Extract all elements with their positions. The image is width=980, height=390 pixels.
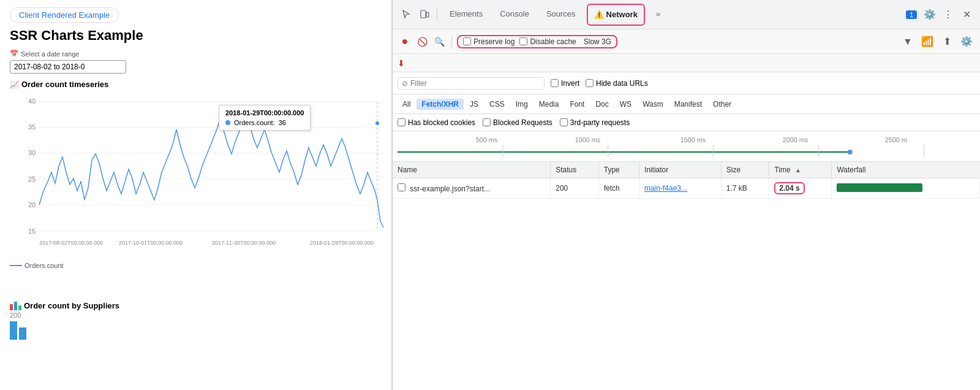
record-btn[interactable]: ● [398, 34, 412, 49]
import-btn[interactable]: ▼ [899, 33, 916, 50]
tooltip-dot [225, 120, 230, 125]
settings-btn[interactable]: ⚙️ [921, 6, 938, 23]
devtools-tabs: Elements Console Sources ⚠️ Network » [441, 0, 669, 29]
bar-chart-icon [10, 302, 21, 310]
svg-text:2000 ms: 2000 ms [783, 136, 809, 143]
type-ws[interactable]: WS [615, 99, 636, 110]
chart-icon: 📈 [10, 80, 19, 89]
download-btn[interactable]: ⬇ [398, 58, 405, 68]
tab-sources[interactable]: Sources [538, 0, 584, 29]
chart1-legend: Orders.count [10, 262, 390, 269]
col-initiator[interactable]: Initiator [639, 162, 721, 178]
preserve-log-label[interactable]: Preserve log [463, 37, 514, 46]
timeseries-chart: 40 35 30 25 20 15 2017-08-02T00:00:00.00… [10, 93, 390, 258]
more-options-btn[interactable]: ⋮ [940, 6, 957, 23]
wifi-btn[interactable]: 📶 [919, 33, 936, 50]
type-js[interactable]: JS [465, 99, 483, 110]
col-type[interactable]: Type [598, 162, 639, 178]
svg-text:2017-08-02T00:00:00.000: 2017-08-02T00:00:00.000 [39, 240, 103, 246]
svg-text:15: 15 [28, 228, 36, 235]
legend-line [10, 265, 22, 266]
type-other[interactable]: Other [708, 99, 736, 110]
type-img[interactable]: Img [511, 99, 533, 110]
bar [19, 327, 26, 340]
chart2-title: Order count by Suppliers [10, 301, 382, 310]
tooltip-row: Orders.count: 36 [225, 119, 304, 126]
disable-cache-label[interactable]: Disable cache [519, 37, 576, 46]
type-filter-bar: All Fetch/XHR JS CSS Img Media Font Doc … [393, 94, 980, 114]
date-range-input[interactable] [10, 60, 126, 74]
blocked-requests-label[interactable]: Blocked Requests [483, 118, 552, 127]
device-icon-btn[interactable] [416, 6, 433, 23]
cell-time: 2.04 s [769, 178, 832, 199]
cursor-icon-btn[interactable] [398, 6, 415, 23]
tab-network[interactable]: ⚠️ Network [587, 4, 645, 26]
tab-more[interactable]: » [647, 0, 669, 29]
invert-checkbox-label[interactable]: Invert [551, 79, 579, 88]
type-wasm[interactable]: Wasm [638, 99, 668, 110]
chart2-y-label: 200 [10, 312, 382, 319]
upload-btn[interactable]: ⬆ [938, 33, 956, 50]
separator [437, 9, 437, 21]
hide-data-urls-label[interactable]: Hide data URLs [586, 79, 648, 88]
type-font[interactable]: Font [565, 99, 589, 110]
tab-elements[interactable]: Elements [441, 0, 491, 29]
page-title: SSR Charts Example [10, 28, 382, 44]
svg-text:40: 40 [28, 98, 36, 105]
type-doc[interactable]: Doc [590, 99, 613, 110]
left-panel: Client Rendered Example SSR Charts Examp… [0, 0, 392, 390]
initiator-link[interactable]: main-f4ae3... [644, 184, 687, 193]
type-all[interactable]: All [398, 99, 415, 110]
has-blocked-cookies-label[interactable]: Has blocked cookies [398, 118, 475, 127]
feedback-btn[interactable]: 1 [903, 6, 920, 23]
close-btn[interactable]: ✕ [958, 6, 975, 23]
type-manifest[interactable]: Manifest [669, 99, 707, 110]
devtools-right-icons: 1 ⚙️ ⋮ ✕ [903, 6, 975, 23]
invert-checkbox[interactable] [551, 79, 559, 87]
throttle-label: Slow 3G [584, 37, 611, 46]
bar [10, 321, 17, 340]
hide-data-urls-checkbox[interactable] [586, 79, 594, 87]
col-waterfall[interactable]: Waterfall [832, 162, 980, 178]
has-blocked-cookies[interactable] [398, 118, 405, 126]
cell-type: fetch [598, 178, 639, 199]
svg-text:500 ms: 500 ms [476, 136, 498, 143]
svg-text:30: 30 [28, 149, 36, 156]
search-btn[interactable]: 🔍 [432, 34, 447, 49]
row-checkbox[interactable] [398, 183, 405, 191]
svg-text:2017-10-01T00:00:00.000: 2017-10-01T00:00:00.000 [119, 240, 183, 246]
type-fetch-xhr[interactable]: Fetch/XHR [417, 99, 464, 110]
calendar-icon: 📅 [10, 50, 18, 58]
svg-text:35: 35 [28, 123, 36, 131]
time-value: 2.04 s [774, 182, 804, 194]
breadcrumb-link[interactable]: Client Rendered Example [10, 7, 119, 23]
third-party-label[interactable]: 3rd-party requests [560, 118, 630, 127]
preserve-disable-group: Preserve log Disable cache Slow 3G [457, 35, 617, 48]
settings2-btn[interactable]: ⚙️ [958, 33, 975, 50]
cell-initiator: main-f4ae3... [639, 178, 721, 199]
chart1-title: 📈 Order count timeseries [10, 80, 382, 89]
type-media[interactable]: Media [534, 99, 564, 110]
col-name[interactable]: Name [393, 162, 551, 178]
chart-tooltip: 2018-01-29T00:00:00.000 Orders.count: 36 [219, 105, 311, 131]
col-status[interactable]: Status [551, 162, 599, 178]
sort-arrow: ▲ [795, 167, 801, 174]
disable-cache-checkbox[interactable] [519, 37, 527, 45]
table-row[interactable]: ssr-example.json?start... 200 fetch main… [393, 178, 980, 199]
svg-text:2018-01-29T00:00:00.000: 2018-01-29T00:00:00.000 [310, 240, 374, 246]
col-size[interactable]: Size [721, 162, 769, 178]
filter-input[interactable] [410, 79, 540, 88]
tab-console[interactable]: Console [491, 0, 538, 29]
col-time[interactable]: Time ▲ [769, 162, 832, 178]
third-party[interactable] [560, 118, 568, 126]
svg-text:20: 20 [28, 201, 36, 208]
type-css[interactable]: CSS [484, 99, 510, 110]
cell-size: 1.7 kB [721, 178, 769, 199]
timeline-bar: 500 ms 1000 ms 1500 ms 2000 ms 2500 m [393, 131, 980, 162]
filter-icon: ⊘ [402, 79, 408, 88]
preserve-log-checkbox[interactable] [463, 37, 471, 45]
cell-status: 200 [551, 178, 599, 199]
stop-btn[interactable]: 🚫 [415, 34, 429, 49]
blocked-requests[interactable] [483, 118, 491, 126]
chart2-bars [10, 321, 382, 340]
